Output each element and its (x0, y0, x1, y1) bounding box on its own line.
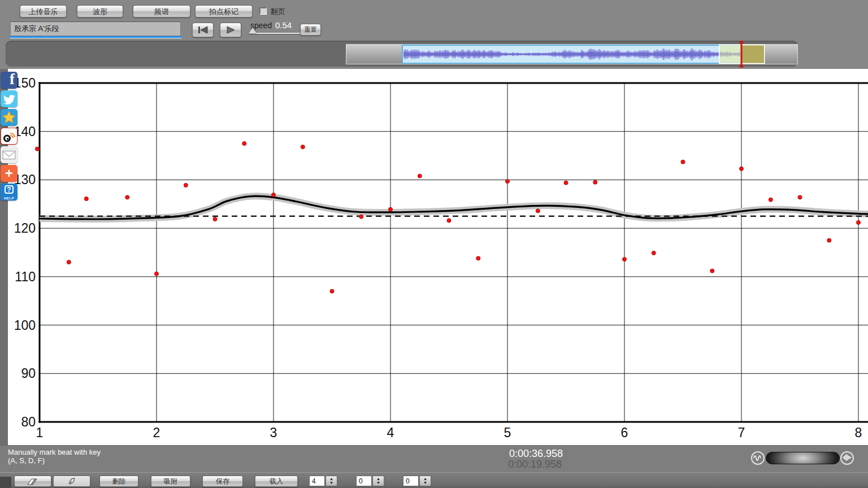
pen-icon (66, 477, 78, 486)
svg-text:110: 110 (15, 269, 36, 284)
facebook-glyph: f (10, 72, 15, 88)
svg-text:1: 1 (36, 425, 44, 440)
bottom-toolbar: 删除 吸附 保存 载入 4 ▲▼ 0 ▲▼ 0 ▲▼ (0, 472, 868, 488)
status-bar: Manually mark beat with key (A, S, D, F)… (0, 445, 868, 472)
speed-slider[interactable] (250, 33, 300, 34)
save-button[interactable]: 保存 (202, 476, 243, 487)
speed-slider-thumb[interactable] (249, 28, 257, 33)
track-name-input[interactable] (10, 21, 181, 36)
snap-button[interactable]: 吸附 (151, 476, 190, 487)
playhead (741, 42, 743, 67)
svg-text:8: 8 (855, 425, 862, 440)
offset-value-2[interactable]: 0 (403, 476, 419, 486)
time-secondary: 0:00:19.958 (508, 459, 562, 470)
axis-labels: 809010011012013014015012345678 (14, 76, 862, 440)
help-text: HELP (1, 197, 18, 200)
svg-text:120: 120 (14, 221, 36, 236)
axes (39, 82, 868, 423)
tempo-chart[interactable]: 809010011012013014015012345678 (8, 69, 868, 445)
app-root: 上传音乐 波形 频谱 拍点标记 翻页 speed 0.54 重置 (0, 0, 868, 488)
addthis-share-icon[interactable]: + (1, 165, 18, 182)
tempo-chart-svg[interactable]: 809010011012013014015012345678 (8, 69, 868, 445)
bottom-left-corner (0, 477, 11, 488)
offset-stepper-1[interactable]: ▲▼ (372, 476, 384, 486)
selection-remaining (741, 45, 765, 63)
svg-text:7: 7 (738, 425, 745, 440)
social-sidebar: f + (1, 72, 19, 202)
offset-value-1[interactable]: 0 (356, 476, 372, 486)
gridlines (40, 83, 868, 422)
beats-per-bar-value[interactable]: 4 (309, 476, 325, 486)
reset-button[interactable]: 重置 (300, 24, 321, 36)
svg-text:90: 90 (21, 366, 36, 381)
envelope-icon (1, 146, 18, 163)
svg-text:6: 6 (621, 425, 628, 440)
play-icon (225, 26, 236, 34)
time-current: 0:00:36.958 (509, 448, 563, 460)
load-button[interactable]: 载入 (255, 476, 298, 487)
twitter-share-icon[interactable] (1, 90, 18, 107)
playhead-bottom-cap (740, 66, 744, 68)
offset-stepper-2[interactable]: ▲▼ (419, 476, 431, 486)
selection-played (719, 45, 741, 63)
page-flip-label: 翻页 (271, 7, 285, 17)
pen-tool-button[interactable] (53, 476, 90, 487)
plus-glyph: + (1, 165, 18, 181)
qzone-star-icon (1, 109, 18, 126)
skip-to-start-button[interactable] (192, 23, 214, 37)
beat-key-hint-line2: (A, S, D, F) (8, 456, 45, 465)
twitter-bird-icon (1, 90, 18, 107)
volume-slider[interactable] (766, 452, 840, 464)
eraser-tool-button[interactable] (14, 476, 51, 487)
playhead-top-cap (740, 41, 744, 43)
svg-text:80: 80 (21, 415, 36, 429)
beats-per-bar-stepper[interactable]: ▲▼ (326, 476, 337, 486)
svg-text:3: 3 (270, 425, 277, 440)
beat-key-hint-line1: Manually mark beat with key (8, 448, 101, 456)
volume-min-icon[interactable] (751, 451, 765, 465)
skip-to-start-icon (197, 26, 209, 34)
waveform-svg (346, 44, 798, 64)
svg-text:100: 100 (14, 318, 36, 333)
upload-music-button[interactable]: 上传音乐 (20, 5, 67, 18)
weibo-eye-icon (1, 128, 17, 144)
delete-button[interactable]: 删除 (99, 476, 138, 487)
svg-text:4: 4 (387, 425, 394, 440)
waveform-display[interactable] (346, 44, 798, 64)
svg-text:5: 5 (504, 425, 511, 440)
page-flip-checkbox[interactable] (259, 7, 267, 15)
beat-mark-button[interactable]: 拍点标记 (195, 5, 253, 18)
spectrum-view-button[interactable]: 频谱 (133, 5, 190, 18)
waveform-view-button[interactable]: 波形 (77, 5, 123, 18)
help-icon[interactable]: ? HELP (1, 184, 18, 201)
help-question-glyph: ? (5, 185, 14, 194)
play-button[interactable] (220, 23, 241, 37)
email-share-icon[interactable] (1, 146, 18, 163)
eraser-icon (27, 477, 39, 486)
facebook-share-icon[interactable]: f (1, 72, 18, 89)
volume-max-icon[interactable] (840, 451, 854, 465)
weibo-share-icon[interactable] (1, 128, 18, 145)
speed-value: 0.54 (275, 20, 292, 30)
qzone-share-icon[interactable] (1, 109, 18, 126)
svg-text:2: 2 (153, 425, 160, 440)
